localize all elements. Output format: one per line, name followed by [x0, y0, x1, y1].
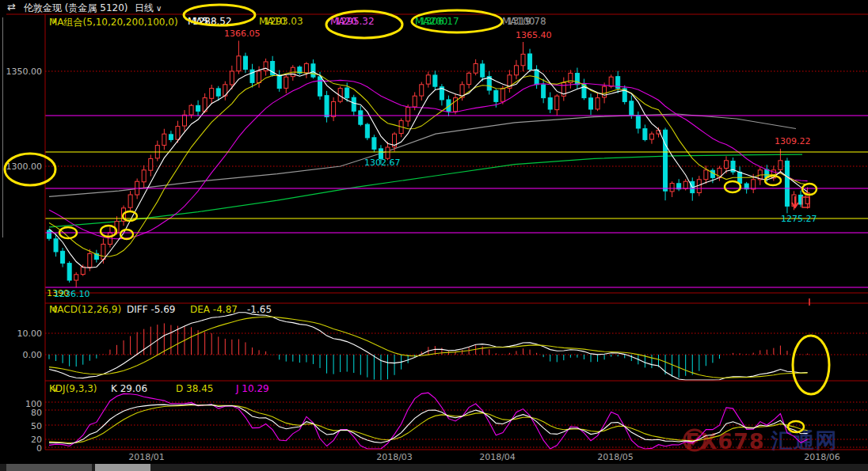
- toolbar: ⇄ 伦敦金现 (贵金属 5120) 日线∨: [0, 0, 868, 14]
- ma-settings-label: MA组合(5,10,20,200,100,0): [49, 16, 178, 29]
- caret-down-icon: ∨: [156, 4, 162, 13]
- macd-diff-readout: DIFF -5.69: [127, 304, 175, 315]
- caret-down-icon: ∨: [51, 16, 57, 25]
- period-label: 日线: [135, 2, 154, 13]
- symbol-title[interactable]: 伦敦金现 (贵金属 5120): [24, 2, 128, 15]
- period-selector[interactable]: 日线∨: [135, 2, 162, 15]
- kdj-d-readout: D 38.45: [176, 383, 213, 394]
- kdj-k-readout: K 29.06: [111, 383, 147, 394]
- macd-bar-readout: -1.65: [247, 304, 272, 315]
- caret-down-icon: ∨: [51, 304, 59, 315]
- kdj-j-readout: J 10.29: [236, 383, 269, 394]
- symbol-link-icon[interactable]: ⇄: [7, 1, 16, 13]
- caret-down-icon: ∨: [51, 383, 59, 394]
- trading-app-window: FX678 汇通网 1350.001300.0010.000.001008050…: [0, 0, 868, 471]
- macd-dea-readout: DEA -4.87: [190, 304, 238, 315]
